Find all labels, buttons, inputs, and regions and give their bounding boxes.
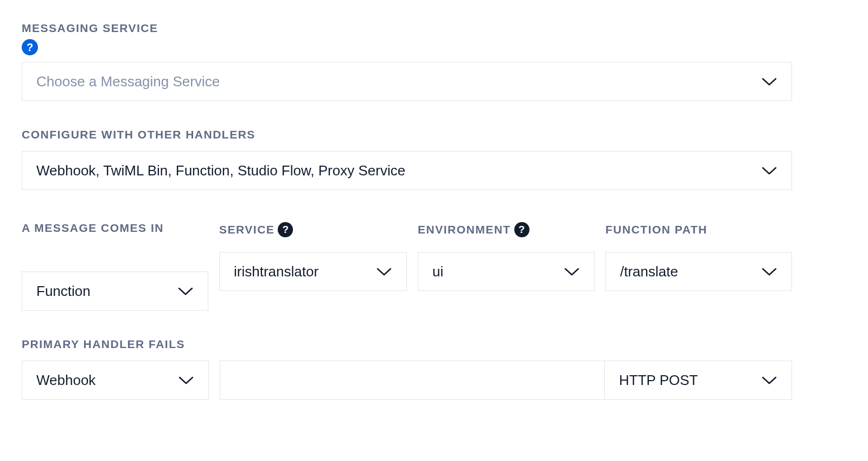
handler-config-row: A MESSAGE COMES IN Function SERVICE ? ir… <box>22 217 792 311</box>
environment-column: ENVIRONMENT ? ui <box>418 220 595 291</box>
chevron-down-icon <box>761 77 777 86</box>
chevron-down-icon <box>761 166 777 175</box>
chevron-down-icon <box>376 267 392 276</box>
chevron-down-icon <box>177 286 194 296</box>
chevron-down-icon <box>564 267 580 276</box>
service-select[interactable]: irishtranslator <box>219 252 407 291</box>
function-path-column: FUNCTION PATH /translate <box>605 220 792 291</box>
function-path-select[interactable]: /translate <box>605 252 792 291</box>
configure-with-value: Webhook, TwiML Bin, Function, Studio Flo… <box>36 162 755 179</box>
environment-value: ui <box>432 263 557 280</box>
message-comes-in-column: A MESSAGE COMES IN Function <box>22 217 208 311</box>
chevron-down-icon <box>761 267 777 276</box>
primary-handler-fails-row: Webhook HTTP POST <box>22 361 792 400</box>
configure-with-select[interactable]: Webhook, TwiML Bin, Function, Studio Flo… <box>22 151 792 190</box>
messaging-service-select[interactable]: Choose a Messaging Service <box>22 62 792 101</box>
environment-label: ENVIRONMENT <box>418 223 511 236</box>
environment-select[interactable]: ui <box>418 252 595 291</box>
fallback-type-column: Webhook <box>22 361 209 400</box>
help-icon-glyph: ? <box>27 41 33 54</box>
function-path-value: /translate <box>620 263 755 280</box>
fallback-method-value: HTTP POST <box>619 372 755 389</box>
chevron-down-icon <box>178 375 194 385</box>
primary-handler-fails-label: PRIMARY HANDLER FAILS <box>22 338 792 351</box>
fallback-type-value: Webhook <box>36 372 171 389</box>
fallback-method-select[interactable]: HTTP POST <box>605 361 792 400</box>
chevron-down-icon <box>761 375 777 385</box>
service-label: SERVICE <box>219 223 275 236</box>
service-column: SERVICE ? irishtranslator <box>219 220 407 291</box>
help-icon[interactable]: ? <box>22 39 38 55</box>
fallback-url-input-wrapper <box>220 361 605 400</box>
messaging-service-label: MESSAGING SERVICE <box>22 22 792 35</box>
configure-with-label: CONFIGURE WITH OTHER HANDLERS <box>22 128 792 141</box>
service-value: irishtranslator <box>234 263 369 280</box>
messaging-service-placeholder: Choose a Messaging Service <box>36 73 755 90</box>
fallback-type-select[interactable]: Webhook <box>22 361 209 400</box>
fallback-method-column: HTTP POST <box>605 361 792 400</box>
help-icon[interactable]: ? <box>278 222 293 237</box>
messaging-config-form: MESSAGING SERVICE ? Choose a Messaging S… <box>22 22 792 400</box>
fallback-url-input[interactable] <box>234 372 590 389</box>
message-comes-in-select[interactable]: Function <box>22 271 208 311</box>
function-path-label: FUNCTION PATH <box>605 223 707 236</box>
help-icon-glyph: ? <box>283 224 289 236</box>
help-icon-glyph: ? <box>519 224 525 236</box>
message-comes-in-value: Function <box>36 283 171 300</box>
fallback-url-column <box>220 361 605 400</box>
message-comes-in-label: A MESSAGE COMES IN <box>22 217 164 239</box>
help-icon[interactable]: ? <box>514 222 529 237</box>
